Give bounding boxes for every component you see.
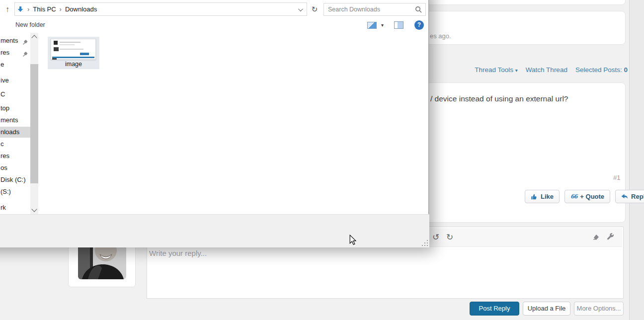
selected-posts-count: 0	[624, 66, 628, 74]
reply-textarea[interactable]	[149, 249, 621, 296]
wrench-icon[interactable]	[607, 233, 614, 242]
post-reply-button[interactable]: Post Reply	[470, 302, 519, 316]
sidebar-item[interactable]: top	[0, 103, 30, 114]
post-action-buttons: Like 66 + Quote Reply	[525, 190, 644, 203]
file-name-label: image	[48, 61, 99, 68]
thread-tools-menu[interactable]: Thread Tools ▾	[475, 66, 518, 74]
address-dropdown-icon[interactable]	[298, 5, 302, 13]
sidebar-item[interactable]: os	[0, 162, 30, 173]
dialog-footer: File name: Custom Files Open Cancel	[0, 214, 429, 247]
sidebar-item[interactable]: (S:)	[0, 186, 30, 197]
thumbs-up-icon	[531, 193, 538, 200]
post-number: #1	[613, 174, 620, 181]
sidebar-item[interactable]: ments	[0, 115, 30, 126]
upload-file-button[interactable]: Upload a File	[523, 302, 570, 316]
search-input[interactable]	[324, 3, 408, 15]
search-icon[interactable]	[415, 6, 422, 15]
new-folder-button[interactable]: New folder	[15, 21, 45, 28]
up-directory-button[interactable]: ↑	[2, 3, 13, 15]
undo-icon[interactable]: ↺	[429, 232, 443, 242]
preview-pane-icon[interactable]	[394, 21, 403, 29]
like-button[interactable]: Like	[525, 190, 560, 203]
breadcrumb-downloads[interactable]: Downloads	[65, 5, 97, 13]
scrollbar-thumb[interactable]	[30, 64, 38, 183]
chevron-down-icon: ▾	[515, 68, 518, 73]
sidebar-item[interactable]: e	[0, 59, 30, 70]
view-dropdown-icon[interactable]: ▾	[381, 22, 384, 28]
quote-button[interactable]: 66 + Quote	[564, 190, 610, 203]
sidebar-item-downloads[interactable]: nloads	[0, 127, 30, 138]
page-right-gutter	[629, 0, 644, 320]
remove-formatting-icon[interactable]	[591, 233, 600, 242]
post-title: / device instead of using an external ur…	[430, 94, 568, 103]
notice-timestamp: es ago.	[430, 32, 451, 40]
view-options: ▾ ?	[367, 20, 424, 30]
sidebar-item[interactable]: res	[0, 151, 30, 161]
sidebar-item[interactable]: C	[0, 89, 30, 100]
reply-arrow-icon	[621, 194, 628, 200]
sidebar-item[interactable]: c	[0, 139, 30, 150]
search-box	[323, 3, 426, 16]
sidebar-item[interactable]: res	[0, 47, 30, 58]
address-bar[interactable]: › This PC › Downloads	[14, 2, 307, 16]
sidebar-item[interactable]: Disk (C:)	[0, 174, 30, 185]
sidebar-item[interactable]: rk	[0, 202, 30, 213]
screen: es ago. Thread Tools ▾ Watch Thread Sele…	[0, 0, 644, 320]
resize-grip[interactable]	[422, 240, 428, 246]
sidebar-scrollbar[interactable]	[30, 33, 38, 214]
scroll-down-icon[interactable]	[31, 206, 37, 212]
quote-icon: 66	[570, 193, 577, 200]
file-open-dialog: ↑ › This PC › Downloads ↻ New folder ▾ ?	[0, 0, 429, 247]
refresh-icon[interactable]: ↻	[309, 3, 321, 15]
breadcrumb-this-pc[interactable]: This PC	[33, 5, 56, 13]
downloads-folder-icon	[17, 6, 24, 13]
selected-posts[interactable]: Selected Posts: 0	[575, 66, 628, 74]
sidebar-item[interactable]: ments	[0, 35, 30, 46]
reply-button[interactable]: Reply	[615, 190, 644, 203]
breadcrumb-separator: ›	[56, 5, 65, 13]
redo-icon[interactable]: ↻	[443, 232, 457, 242]
file-thumbnail	[51, 39, 96, 60]
sidebar-item[interactable]: ive	[0, 75, 30, 86]
breadcrumb-separator: ›	[24, 5, 33, 13]
watch-thread-link[interactable]: Watch Thread	[526, 66, 567, 74]
more-options-button[interactable]: More Options...	[574, 302, 624, 316]
scroll-up-icon[interactable]	[31, 35, 37, 40]
thumbnail-view-icon[interactable]	[367, 22, 377, 29]
file-item-image[interactable]: image	[48, 37, 99, 69]
help-icon[interactable]: ?	[414, 20, 424, 30]
thread-toolbar: Thread Tools ▾ Watch Thread Selected Pos…	[475, 66, 628, 74]
